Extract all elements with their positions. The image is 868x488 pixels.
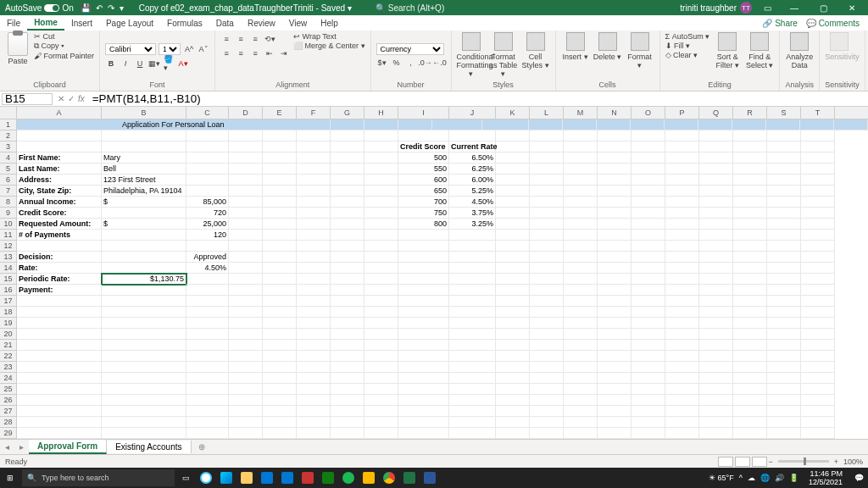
cell[interactable]: [530, 274, 564, 285]
cell[interactable]: [530, 164, 564, 175]
cell[interactable]: [364, 164, 398, 175]
tab-data[interactable]: Data: [209, 17, 241, 30]
cell[interactable]: [297, 395, 331, 406]
cell[interactable]: [733, 141, 767, 152]
cell[interactable]: Application For Personal Loan: [17, 119, 331, 130]
explorer-icon[interactable]: [237, 469, 256, 487]
cell[interactable]: [186, 329, 229, 340]
cell[interactable]: [699, 186, 733, 197]
cell[interactable]: [364, 351, 398, 362]
cell[interactable]: [17, 406, 102, 417]
cell[interactable]: [331, 130, 364, 141]
merge-center-button[interactable]: ⬜ Merge & Center ▾: [293, 42, 365, 50]
cell[interactable]: [263, 362, 297, 373]
cell[interactable]: [767, 175, 801, 186]
cell[interactable]: [801, 362, 835, 373]
cell[interactable]: Annual Income:: [17, 197, 102, 208]
cell[interactable]: [297, 384, 331, 395]
cell[interactable]: [432, 119, 483, 130]
decrease-font-icon[interactable]: A˅: [198, 43, 209, 55]
row-header[interactable]: 26: [0, 395, 17, 406]
cell[interactable]: [496, 263, 530, 274]
cell[interactable]: [665, 141, 699, 152]
cell[interactable]: [699, 263, 733, 274]
cell[interactable]: [186, 318, 229, 329]
cell[interactable]: [297, 186, 331, 197]
cell[interactable]: [364, 119, 398, 130]
network-icon[interactable]: 🌐: [760, 474, 770, 482]
cell[interactable]: [229, 362, 263, 373]
cell[interactable]: [632, 340, 665, 351]
cell[interactable]: [331, 406, 364, 417]
cell[interactable]: [665, 395, 699, 406]
cell[interactable]: $: [102, 219, 186, 230]
cell[interactable]: [564, 318, 598, 329]
cell[interactable]: [102, 395, 186, 406]
cell[interactable]: [699, 130, 733, 141]
cell[interactable]: [767, 351, 801, 362]
col-header[interactable]: N: [598, 107, 632, 119]
cell[interactable]: [398, 329, 449, 340]
sort-filter-button[interactable]: Sort & Filter ▾: [713, 32, 742, 69]
zoom-level[interactable]: 100%: [843, 458, 863, 466]
cell[interactable]: [364, 252, 398, 263]
cell[interactable]: [632, 197, 665, 208]
cell[interactable]: [297, 285, 331, 296]
cell[interactable]: [297, 175, 331, 186]
cell[interactable]: [229, 197, 263, 208]
cell[interactable]: [102, 230, 186, 241]
cell[interactable]: [767, 318, 801, 329]
cell[interactable]: [17, 428, 102, 439]
cell[interactable]: [186, 186, 229, 197]
add-sheet-button[interactable]: ⊕: [192, 442, 212, 452]
taskbar-clock[interactable]: 11:46 PM 12/5/2021: [804, 469, 848, 486]
cell[interactable]: [297, 329, 331, 340]
cell[interactable]: [263, 130, 297, 141]
cell[interactable]: 700: [398, 197, 449, 208]
cell[interactable]: [665, 373, 699, 384]
cell[interactable]: [632, 274, 665, 285]
cell[interactable]: [263, 219, 297, 230]
cell[interactable]: [449, 285, 496, 296]
cell[interactable]: [530, 186, 564, 197]
cell[interactable]: [17, 141, 102, 152]
cell[interactable]: [733, 263, 767, 274]
cell[interactable]: [102, 428, 186, 439]
cell[interactable]: Address:: [17, 175, 102, 186]
row-header[interactable]: 3: [0, 141, 17, 152]
cell[interactable]: [564, 329, 598, 340]
cell[interactable]: [449, 329, 496, 340]
zoom-slider[interactable]: [778, 460, 829, 463]
row-header[interactable]: 16: [0, 285, 17, 296]
cell[interactable]: [398, 362, 449, 373]
cell[interactable]: [364, 340, 398, 351]
cell[interactable]: [767, 252, 801, 263]
cell[interactable]: [331, 329, 364, 340]
cell[interactable]: [331, 395, 364, 406]
cell[interactable]: [297, 252, 331, 263]
cell[interactable]: [186, 428, 229, 439]
cell[interactable]: [102, 351, 186, 362]
cell[interactable]: [665, 362, 699, 373]
cell[interactable]: [767, 362, 801, 373]
maximize-button[interactable]: ▢: [812, 3, 834, 13]
tab-formulas[interactable]: Formulas: [160, 17, 209, 30]
cell[interactable]: [699, 428, 733, 439]
onedrive-icon[interactable]: ☁: [748, 474, 755, 482]
cell[interactable]: [665, 219, 699, 230]
cell[interactable]: [767, 197, 801, 208]
tab-page-layout[interactable]: Page Layout: [99, 17, 160, 30]
cell[interactable]: [263, 329, 297, 340]
cell[interactable]: [449, 373, 496, 384]
cell[interactable]: Credit Score:: [17, 208, 102, 219]
cell[interactable]: [733, 395, 767, 406]
col-header[interactable]: Q: [699, 107, 733, 119]
cell[interactable]: Periodic Rate:: [17, 274, 102, 285]
cell[interactable]: [598, 263, 632, 274]
cell[interactable]: [17, 395, 102, 406]
weather-widget[interactable]: ☀ 65°F: [709, 474, 734, 482]
cell[interactable]: [598, 141, 632, 152]
cell[interactable]: [733, 152, 767, 164]
cell[interactable]: [699, 141, 733, 152]
cell[interactable]: [297, 307, 331, 318]
